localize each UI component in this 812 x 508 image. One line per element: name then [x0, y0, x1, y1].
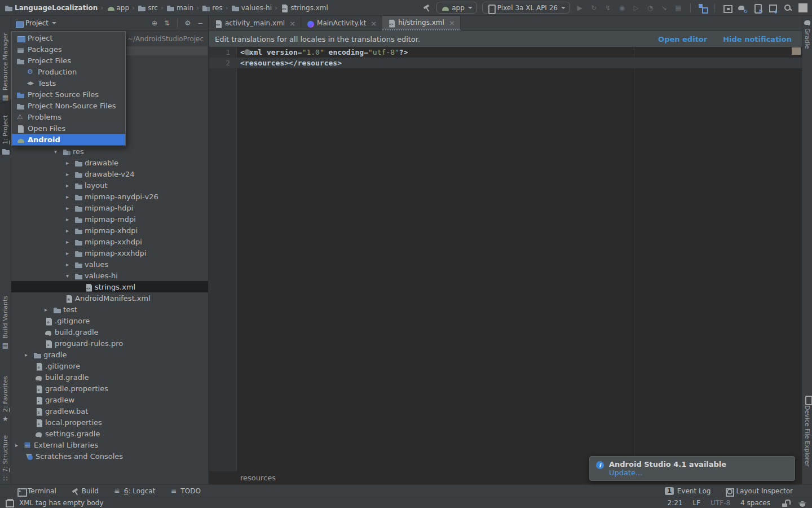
tree-row[interactable]: ▸values: [11, 259, 208, 270]
stop-icon[interactable]: [674, 3, 683, 12]
tree-row[interactable]: ▸mipmap-hdpi: [11, 202, 208, 213]
tree-expand-arrow[interactable]: ▾: [54, 148, 63, 155]
tree-row[interactable]: ▸mipmap-xxhdpi: [11, 236, 208, 247]
banner-action-open-editor[interactable]: Open editor: [658, 35, 707, 43]
tree-row[interactable]: ▸drawable-v24: [11, 168, 208, 179]
close-icon[interactable]: ×: [449, 19, 455, 27]
status-item-4-spaces[interactable]: 4 spaces: [740, 499, 770, 507]
tree-collapse-arrow[interactable]: ▸: [25, 352, 33, 358]
tree-row[interactable]: proguard-rules.pro: [11, 338, 208, 349]
view-dropdown-item-packages[interactable]: Packages: [12, 43, 125, 55]
debug-icon[interactable]: [617, 3, 626, 12]
gear-icon[interactable]: [183, 19, 192, 28]
tool-strip-button-device-file-explorer[interactable]: Device File Explorer: [802, 395, 812, 481]
tree-row[interactable]: Scratches and Consoles: [11, 450, 208, 462]
device-sync-icon[interactable]: [753, 3, 762, 12]
editor-tab-activity-main-xml[interactable]: activity_main.xml×: [209, 16, 301, 30]
status-item-utf-8[interactable]: UTF-8: [710, 499, 730, 507]
tree-row[interactable]: ▸External Libraries: [11, 439, 208, 450]
search-icon[interactable]: [783, 3, 792, 12]
breadcrumb-item[interactable]: strings.xml: [280, 4, 328, 12]
attach-debugger-icon[interactable]: [660, 3, 669, 12]
tool-window-button-terminal[interactable]: Terminal: [17, 487, 56, 495]
tool-strip-button-7-structure[interactable]: 7: Structure: [0, 424, 11, 482]
tree-row[interactable]: AndroidManifest.xml: [11, 292, 208, 304]
tree-row[interactable]: ▾values-hi: [11, 270, 208, 281]
tree-row[interactable]: local.properties: [11, 417, 208, 428]
collapse-all-icon[interactable]: [162, 19, 171, 28]
tool-strip-button-1-project[interactable]: 1: Project: [0, 100, 11, 155]
breadcrumb-item[interactable]: values-hi: [231, 4, 272, 12]
tree-expand-arrow[interactable]: ▾: [66, 273, 74, 279]
tool-window-button-layout-inspector[interactable]: Layout Inspector: [725, 487, 793, 495]
tool-window-toggle-icon[interactable]: [5, 498, 14, 507]
project-view-selector[interactable]: Project: [25, 19, 48, 27]
breadcrumb-item[interactable]: src: [138, 4, 158, 12]
breadcrumb-item[interactable]: app: [107, 4, 130, 12]
tree-collapse-arrow[interactable]: ▸: [66, 205, 74, 211]
run-config-dropdown[interactable]: app: [436, 2, 477, 14]
locate-file-icon[interactable]: [150, 19, 159, 28]
view-dropdown-item-project-files[interactable]: Project Files: [12, 55, 125, 66]
inspections-indicator[interactable]: [792, 47, 801, 55]
tree-row[interactable]: ▸layout: [11, 179, 208, 191]
tree-collapse-arrow[interactable]: ▸: [66, 194, 74, 200]
tree-row[interactable]: ▸drawable: [11, 157, 208, 168]
tree-collapse-arrow[interactable]: ▸: [45, 306, 53, 313]
tool-window-button-build[interactable]: Build: [71, 487, 99, 495]
tree-row[interactable]: build.gradle: [11, 371, 208, 383]
view-dropdown-item-production[interactable]: Production: [12, 66, 125, 77]
view-dropdown-item-problems[interactable]: Problems: [12, 111, 125, 122]
view-dropdown-item-project-non-source-files[interactable]: Project Non-Source Files: [12, 100, 125, 111]
inspections-profile-icon[interactable]: [798, 499, 805, 506]
light-square-icon[interactable]: [798, 3, 807, 12]
run-coverage-icon[interactable]: [632, 3, 641, 12]
tree-collapse-arrow[interactable]: ▸: [66, 227, 74, 234]
hammer-icon[interactable]: [422, 3, 431, 12]
view-dropdown-item-open-files[interactable]: Open Files: [12, 122, 125, 134]
apply-changes-icon[interactable]: [603, 3, 612, 12]
tree-row[interactable]: ▸mipmap-mdpi: [11, 213, 208, 225]
tree-row[interactable]: gradle.properties: [11, 383, 208, 394]
tree-collapse-arrow[interactable]: ▸: [66, 182, 74, 189]
tree-row[interactable]: build.gradle: [11, 326, 208, 338]
tree-collapse-arrow[interactable]: ▸: [66, 250, 74, 256]
hide-panel-icon[interactable]: [196, 19, 205, 28]
breadcrumb-item[interactable]: LanguageLocalization: [5, 4, 98, 12]
tree-collapse-arrow[interactable]: ▸: [66, 216, 74, 222]
device-manager-icon[interactable]: [698, 3, 707, 12]
chevron-down-icon[interactable]: [52, 22, 56, 24]
tree-row[interactable]: ▸mipmap-xxxhdpi: [11, 247, 208, 259]
tree-row[interactable]: strings.xml: [11, 281, 208, 292]
close-icon[interactable]: ×: [370, 19, 377, 28]
tree-collapse-arrow[interactable]: ▸: [66, 261, 74, 268]
tree-row[interactable]: .gitignore: [11, 315, 208, 326]
lock-open-icon[interactable]: [780, 499, 788, 506]
tree-collapse-arrow[interactable]: ▸: [15, 442, 24, 448]
sdk-manager-icon[interactable]: [768, 3, 777, 12]
view-dropdown-item-android[interactable]: Android: [12, 134, 125, 145]
tree-row[interactable]: gradlew: [11, 394, 208, 405]
tool-window-button-todo[interactable]: TODO: [170, 487, 200, 495]
tree-row[interactable]: gradlew.bat: [11, 405, 208, 417]
tree-row[interactable]: ▸mipmap-xhdpi: [11, 225, 208, 236]
tool-strip-button-build-variants[interactable]: Build Variants: [0, 286, 11, 349]
tool-window-button-event-log[interactable]: 1Event Log: [665, 487, 710, 495]
layout-validation-icon[interactable]: [722, 3, 731, 12]
tool-window-button-6-logcat[interactable]: 6: Logcat: [113, 487, 156, 495]
view-dropdown-item-tests[interactable]: Tests: [12, 77, 125, 89]
status-item-2-21[interactable]: 2:21: [668, 499, 683, 507]
tree-collapse-arrow[interactable]: ▸: [66, 239, 74, 245]
status-item-lf[interactable]: LF: [693, 499, 701, 507]
view-dropdown-item-project-source-files[interactable]: Project Source Files: [12, 89, 125, 100]
run-icon[interactable]: [575, 3, 584, 12]
update-link[interactable]: Update...: [609, 468, 789, 477]
profile-icon[interactable]: [646, 3, 655, 12]
editor-tab-mainactivity-kt[interactable]: MainActivity.kt×: [301, 16, 382, 30]
tree-collapse-arrow[interactable]: ▸: [66, 160, 74, 166]
editor-tab-hi-strings-xml[interactable]: hi/strings.xml×: [382, 16, 461, 30]
close-icon[interactable]: ×: [289, 19, 295, 28]
sync-project-icon[interactable]: [738, 3, 747, 12]
tool-strip-button-resource-manager[interactable]: Resource Manager: [0, 17, 11, 100]
tree-row[interactable]: settings.gradle: [11, 428, 208, 439]
